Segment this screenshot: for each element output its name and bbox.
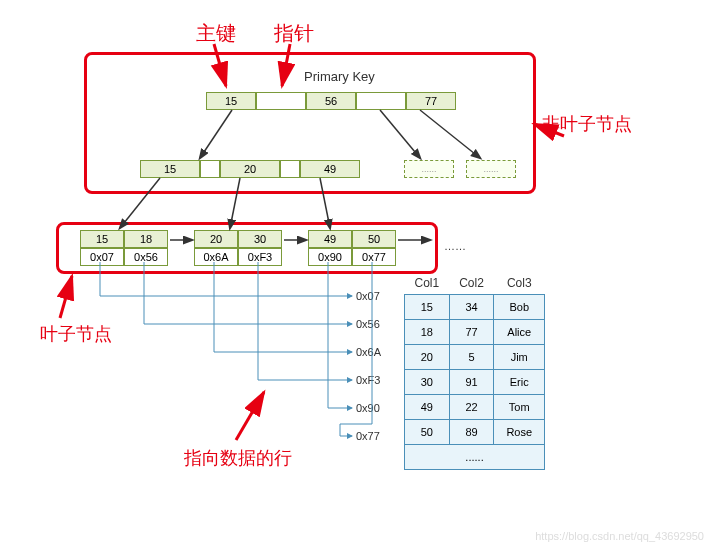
col-header: Col3 bbox=[494, 272, 545, 295]
label-primary-key-cn: 主键 bbox=[196, 20, 236, 47]
table-row: 5089Rose bbox=[405, 420, 545, 445]
l2-key: 20 bbox=[220, 160, 280, 178]
data-table: Col1 Col2 Col3 1534Bob 1877Alice 205Jim … bbox=[404, 272, 545, 470]
table-row: ...... bbox=[405, 445, 545, 470]
table-row: 205Jim bbox=[405, 345, 545, 370]
label-row-pointer: 指向数据的行 bbox=[184, 446, 292, 470]
leaf-0: 1518 0x070x56 bbox=[80, 230, 168, 266]
label-leaf: 叶子节点 bbox=[40, 322, 112, 346]
l2-gap bbox=[280, 160, 300, 178]
l2-key: 49 bbox=[300, 160, 360, 178]
table-header: Col1 Col2 Col3 bbox=[405, 272, 545, 295]
col-header: Col1 bbox=[405, 272, 450, 295]
col-header: Col2 bbox=[449, 272, 494, 295]
l2-key: 15 bbox=[140, 160, 200, 178]
level2-dash2: ...... bbox=[466, 160, 516, 178]
leaf-key: 15 bbox=[80, 230, 124, 248]
leaf-key: 18 bbox=[124, 230, 168, 248]
leaf-ptr: 0x07 bbox=[80, 248, 124, 266]
root-node: 15 56 77 bbox=[206, 92, 456, 110]
table-row: 4922Tom bbox=[405, 395, 545, 420]
addr-0: 0x07 bbox=[356, 290, 380, 302]
leaf-ptr: 0x6A bbox=[194, 248, 238, 266]
addr-2: 0x6A bbox=[356, 346, 381, 358]
level2-node: 15 20 49 bbox=[140, 160, 360, 178]
leaf-key: 50 bbox=[352, 230, 396, 248]
table-row: 3091Eric bbox=[405, 370, 545, 395]
l2-gap bbox=[200, 160, 220, 178]
addr-5: 0x77 bbox=[356, 430, 380, 442]
root-key: 77 bbox=[406, 92, 456, 110]
svg-line-3 bbox=[60, 276, 72, 318]
table-row: 1877Alice bbox=[405, 320, 545, 345]
table-row: 1534Bob bbox=[405, 295, 545, 320]
label-non-leaf: 非叶子节点 bbox=[542, 112, 632, 136]
leaf-ptr: 0x77 bbox=[352, 248, 396, 266]
addr-4: 0x90 bbox=[356, 402, 380, 414]
root-gap bbox=[356, 92, 406, 110]
leaf-ellipsis: …… bbox=[444, 240, 466, 252]
leaf-ptr: 0x56 bbox=[124, 248, 168, 266]
leaf-1: 2030 0x6A0xF3 bbox=[194, 230, 282, 266]
leaf-key: 49 bbox=[308, 230, 352, 248]
label-pointer-cn: 指针 bbox=[274, 20, 314, 47]
root-key: 15 bbox=[206, 92, 256, 110]
watermark: https://blog.csdn.net/qq_43692950 bbox=[535, 530, 704, 542]
leaf-ptr: 0xF3 bbox=[238, 248, 282, 266]
addr-1: 0x56 bbox=[356, 318, 380, 330]
svg-line-4 bbox=[236, 392, 264, 440]
leaf-ptr: 0x90 bbox=[308, 248, 352, 266]
level2-dash1: ...... bbox=[404, 160, 454, 178]
leaf-2: 4950 0x900x77 bbox=[308, 230, 396, 266]
leaf-key: 30 bbox=[238, 230, 282, 248]
root-gap bbox=[256, 92, 306, 110]
root-key: 56 bbox=[306, 92, 356, 110]
addr-3: 0xF3 bbox=[356, 374, 380, 386]
leaf-key: 20 bbox=[194, 230, 238, 248]
